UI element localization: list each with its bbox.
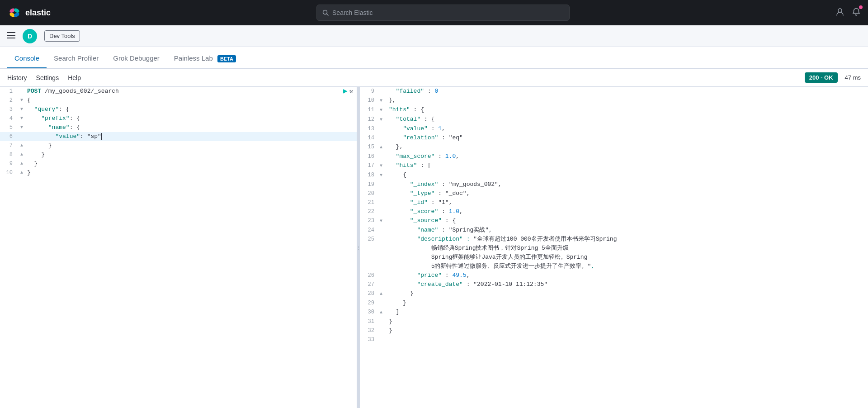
- editor-line-1: 1 POST /my_goods_002/_search ▶ ⚒: [0, 87, 357, 96]
- fold-arrow-2[interactable]: ▼: [20, 96, 23, 105]
- top-nav-icons: [835, 7, 861, 19]
- svg-point-4: [13, 12, 20, 18]
- resp-fold-23[interactable]: ▼: [380, 218, 382, 223]
- resp-gutter-10: ▼: [380, 96, 387, 105]
- editor-line-2: 2 ▼ {: [0, 96, 357, 105]
- tab-console[interactable]: Console: [7, 49, 47, 68]
- elastic-logo-icon: [7, 5, 22, 20]
- resp-fold-11[interactable]: ▼: [380, 108, 382, 113]
- resp-content-25: "description" : "全球有超过100 000名开发者使用本书来学习…: [387, 235, 868, 271]
- tab-search-profiler[interactable]: Search Profiler: [47, 49, 106, 68]
- resp-line-num-19: 19: [360, 180, 380, 189]
- resp-content-14: "relation" : "eq": [387, 133, 868, 142]
- response-line-27: 27 "create_date" : "2022-01-10 11:12:35": [360, 280, 868, 289]
- main-area: 1 POST /my_goods_002/_search ▶ ⚒ 2 ▼ { 3…: [0, 87, 868, 408]
- resp-gutter-11: ▼: [380, 105, 387, 115]
- resp-line-num-16: 16: [360, 152, 380, 161]
- method-token: POST: [27, 88, 41, 95]
- response-line-33: 33: [360, 335, 868, 344]
- response-line-10: 10 ▼ },: [360, 96, 868, 105]
- run-button[interactable]: ▶: [343, 87, 348, 96]
- response-line-25: 25 "description" : "全球有超过100 000名开发者使用本书…: [360, 235, 868, 271]
- svg-point-7: [838, 9, 842, 12]
- line-num-6: 6: [0, 132, 18, 141]
- response-viewer[interactable]: 9 "failed" : 0 10 ▼ }, 11 ▼ "hits" : { 1…: [360, 87, 868, 408]
- line-num-2: 2: [0, 96, 18, 105]
- resp-content-22: "_score" : 1.0,: [387, 207, 868, 216]
- line-gutter-2: ▼: [18, 96, 25, 105]
- response-line-15: 15 ▲ },: [360, 142, 868, 152]
- line-content-7: }: [25, 141, 357, 150]
- resp-content-26: "price" : 49.5,: [387, 271, 868, 280]
- line-actions-1: ▶ ⚒: [343, 87, 357, 96]
- resp-content-11: "hits" : {: [387, 105, 868, 114]
- editor-line-5: 5 ▼ "name": {: [0, 123, 357, 132]
- line-gutter-8: ▲: [18, 150, 25, 159]
- resp-content-30: ]: [387, 308, 868, 317]
- resp-content-17: "hits" : [: [387, 161, 868, 170]
- resp-fold-30[interactable]: ▲: [380, 310, 382, 315]
- resp-content-24: "name" : "Spring实战",: [387, 226, 868, 235]
- line-content-1: POST /my_goods_002/_search: [25, 87, 343, 96]
- tab-grok-debugger[interactable]: Grok Debugger: [106, 49, 167, 68]
- search-bar[interactable]: Search Elastic: [316, 5, 570, 21]
- resp-content-23: "_source" : {: [387, 216, 868, 225]
- resp-line-num-22: 22: [360, 207, 380, 216]
- history-button[interactable]: History: [7, 74, 27, 81]
- fold-arrow-9[interactable]: ▲: [20, 159, 23, 168]
- resp-fold-10[interactable]: ▼: [380, 98, 382, 103]
- tabs-container: Console Search Profiler Grok Debugger Pa…: [0, 47, 868, 69]
- response-line-28: 28 ▲ }: [360, 289, 868, 299]
- resp-content-27: "create_date" : "2022-01-10 11:12:35": [387, 280, 868, 289]
- user-avatar[interactable]: D: [23, 29, 37, 43]
- resp-fold-17[interactable]: ▼: [380, 163, 382, 168]
- resp-line-num-12: 12: [360, 115, 380, 124]
- url-token: /my_goods_002/_search: [45, 88, 119, 95]
- line-num-5: 5: [0, 123, 18, 132]
- fold-arrow-3[interactable]: ▼: [20, 105, 23, 114]
- resp-line-num-24: 24: [360, 226, 380, 235]
- resp-fold-15[interactable]: ▲: [380, 145, 382, 150]
- fold-arrow-7[interactable]: ▲: [20, 141, 23, 150]
- editor-line-7: 7 ▲ }: [0, 141, 357, 150]
- response-line-20: 20 "_type" : "_doc",: [360, 189, 868, 198]
- resp-fold-28[interactable]: ▲: [380, 291, 382, 296]
- hamburger-menu-icon[interactable]: [7, 31, 15, 41]
- svg-point-2: [13, 8, 20, 14]
- line-gutter-7: ▲: [18, 141, 25, 150]
- resp-content-31: }: [387, 317, 868, 326]
- fold-arrow-10[interactable]: ▲: [20, 168, 23, 177]
- resp-line-num-13: 13: [360, 124, 380, 133]
- toolbar-left: History Settings Help: [7, 74, 81, 81]
- editor-line-9: 9 ▲ }: [0, 159, 357, 168]
- dev-tools-badge[interactable]: Dev Tools: [44, 30, 80, 42]
- user-avatar-icon[interactable]: [835, 7, 844, 19]
- line-gutter-4: ▼: [18, 114, 25, 123]
- fold-arrow-8[interactable]: ▲: [20, 150, 23, 159]
- line-num-8: 8: [0, 150, 18, 159]
- resp-fold-18[interactable]: ▼: [380, 173, 382, 178]
- response-line-12: 12 ▼ "total" : {: [360, 115, 868, 124]
- fold-arrow-5[interactable]: ▼: [20, 123, 23, 132]
- query-editor[interactable]: 1 POST /my_goods_002/_search ▶ ⚒ 2 ▼ { 3…: [0, 87, 357, 408]
- response-line-18: 18 ▼ {: [360, 171, 868, 180]
- resp-fold-12[interactable]: ▼: [380, 117, 382, 122]
- elastic-logo-text: elastic: [25, 8, 51, 18]
- beta-badge: BETA: [217, 55, 236, 62]
- wrench-button[interactable]: ⚒: [349, 87, 353, 96]
- help-button[interactable]: Help: [68, 74, 81, 81]
- response-line-21: 21 "_id" : "1",: [360, 198, 868, 207]
- response-line-23: 23 ▼ "_source" : {: [360, 216, 868, 226]
- response-line-29: 29 }: [360, 299, 868, 308]
- resp-content-9: "failed" : 0: [387, 87, 868, 96]
- line-content-4: "prefix": {: [25, 114, 357, 123]
- tab-painless-lab[interactable]: Painless Lab BETA: [167, 49, 243, 68]
- fold-arrow-4[interactable]: ▼: [20, 114, 23, 123]
- bell-icon[interactable]: [852, 7, 861, 19]
- editor-line-8: 8 ▲ }: [0, 150, 357, 159]
- elastic-logo[interactable]: elastic: [7, 5, 51, 20]
- resp-content-32: }: [387, 326, 868, 335]
- line-gutter-3: ▼: [18, 105, 25, 114]
- settings-button[interactable]: Settings: [36, 74, 59, 81]
- line-content-2: {: [25, 96, 357, 105]
